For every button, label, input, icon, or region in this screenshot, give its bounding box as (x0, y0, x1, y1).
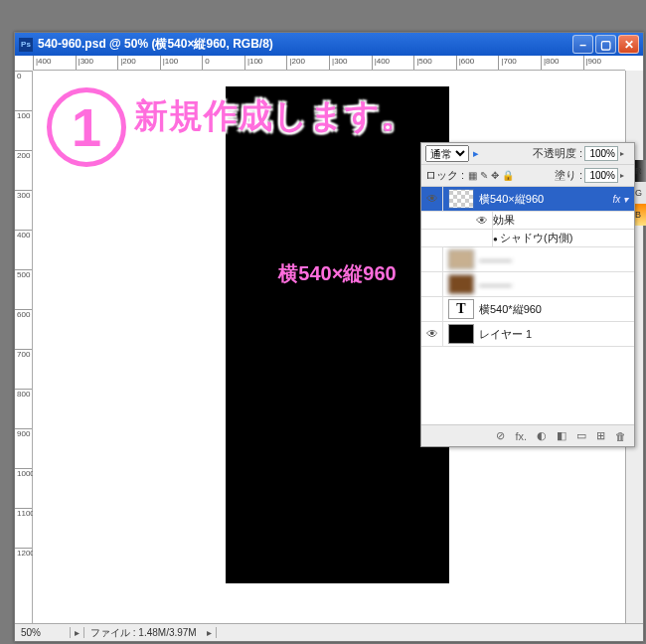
group-icon[interactable]: ▭ (576, 429, 586, 442)
panel-footer: ⊘ fx. ◐ ◧ ▭ ⊞ 🗑 (421, 424, 634, 446)
visibility-toggle[interactable] (421, 297, 443, 321)
type-layer-icon[interactable]: T (448, 299, 474, 319)
status-arrow-icon[interactable]: ▸ (71, 627, 84, 638)
zoom-display[interactable]: 50% (15, 627, 71, 638)
color-swatches: R G B (634, 160, 646, 226)
trash-icon[interactable]: 🗑 (615, 430, 626, 442)
visibility-toggle[interactable]: 👁 (421, 322, 443, 346)
app-icon: Ps (19, 38, 33, 52)
lock-trans-icon[interactable]: ▦ (468, 170, 477, 181)
opacity-stepper-icon[interactable]: ▸ (620, 149, 630, 158)
layer-thumb[interactable] (448, 189, 474, 209)
visibility-toggle[interactable]: 👁 (421, 187, 443, 211)
titlebar[interactable]: Ps 540-960.psd @ 50% (横540×縦960, RGB/8) … (15, 33, 643, 56)
link-layers-icon[interactable]: ⊘ (496, 429, 505, 442)
visibility-toggle[interactable]: 👁 (471, 212, 493, 229)
ruler-vertical: 0100200300400500600700800900100011001200 (15, 71, 33, 623)
status-bar: 50% ▸ ファイル : 1.48M/3.97M ▸ (15, 623, 643, 641)
mask-icon[interactable]: ◐ (537, 429, 547, 442)
lock-all-icon[interactable]: 🔒 (502, 170, 514, 181)
lock-row: ロック : ▦ ✎ ✥ 🔒 塗り : ▸ (421, 165, 634, 187)
layer-row[interactable]: 👁 レイヤー 1 (421, 322, 634, 347)
fill-label: 塗り : (555, 168, 582, 183)
inner-shadow-row[interactable]: シャドウ(内側) (421, 230, 634, 247)
effects-row[interactable]: 👁 効果 (421, 212, 634, 230)
annotation-text: 新規作成します。 (134, 93, 415, 139)
layer-thumb[interactable] (448, 274, 474, 294)
layer-thumb[interactable] (448, 249, 474, 269)
layer-row-selected[interactable]: 👁 横540×縦960 fx ▾ (421, 187, 634, 212)
opacity-label: 不透明度 : (533, 146, 582, 161)
fx-menu-icon[interactable]: fx. (515, 430, 527, 442)
layer-row[interactable]: ——— (421, 272, 634, 297)
fill-stepper-icon[interactable]: ▸ (620, 171, 630, 180)
lock-paint-icon[interactable]: ✎ (480, 170, 488, 181)
lock-move-icon[interactable]: ✥ (491, 170, 499, 181)
layer-name: ——— (479, 253, 634, 265)
swatch-r[interactable]: R (634, 160, 646, 182)
dropdown-arrow-icon[interactable]: ▸ (473, 147, 483, 160)
effects-label: 効果 (493, 213, 634, 228)
new-layer-icon[interactable]: ⊞ (596, 429, 605, 442)
adjustment-icon[interactable]: ◧ (557, 429, 566, 442)
visibility-toggle[interactable] (471, 230, 493, 246)
status-arrow-icon[interactable]: ▸ (203, 627, 217, 638)
lock-icons[interactable]: ▦ ✎ ✥ 🔒 (468, 170, 514, 181)
fill-input[interactable] (584, 168, 618, 183)
inner-shadow-label: シャドウ(内側) (493, 231, 634, 245)
close-button[interactable]: ✕ (618, 35, 639, 54)
file-info: ファイル : 1.48M/3.97M (84, 626, 197, 640)
artboard-text: 横540×縦960 (226, 260, 449, 287)
layer-row[interactable]: ——— (421, 247, 634, 272)
layer-name: ——— (479, 278, 634, 290)
fx-badge[interactable]: fx ▾ (612, 194, 628, 205)
maximize-button[interactable]: ▢ (595, 35, 616, 54)
layer-list[interactable]: 👁 横540×縦960 fx ▾ 👁 効果 シャドウ(内側) ——— ——— T… (421, 187, 634, 424)
visibility-toggle[interactable] (421, 247, 443, 271)
swatch-g[interactable]: G (634, 182, 646, 204)
layer-name[interactable]: 横540×縦960 (479, 192, 612, 207)
swatch-b[interactable]: B (634, 204, 646, 226)
window-title: 540-960.psd @ 50% (横540×縦960, RGB/8) (38, 36, 572, 53)
layer-name[interactable]: レイヤー 1 (479, 327, 634, 342)
opacity-input[interactable] (584, 146, 618, 161)
lock-label: ロック : (425, 168, 464, 183)
visibility-toggle[interactable] (421, 272, 443, 296)
minimize-button[interactable]: – (572, 35, 593, 54)
ruler-horizontal: |400|300|200|1000|100|200|300|400|500|60… (33, 56, 625, 71)
artboard[interactable]: 横540×縦960 (226, 86, 449, 583)
layer-name[interactable]: 横540*縦960 (479, 302, 634, 317)
layer-thumb[interactable] (448, 324, 474, 344)
blend-mode-select[interactable]: 通常 (425, 145, 469, 162)
blend-row: 通常 ▸ 不透明度 : ▸ (421, 143, 634, 165)
annotation-step-circle: 1 (47, 87, 126, 167)
layer-row[interactable]: T 横540*縦960 (421, 297, 634, 322)
layers-panel[interactable]: 通常 ▸ 不透明度 : ▸ ロック : ▦ ✎ ✥ 🔒 塗り : ▸ 👁 横54… (420, 142, 635, 447)
